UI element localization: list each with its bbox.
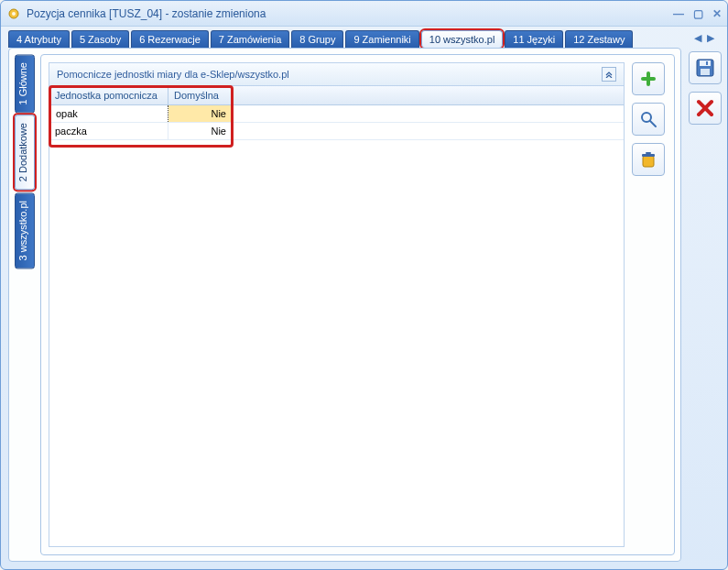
grid-panel-title: Pomocnicze jednostki miary dla e-Sklep/w… bbox=[57, 69, 289, 80]
save-button[interactable] bbox=[689, 51, 722, 84]
cancel-button[interactable] bbox=[689, 92, 722, 125]
tab-resources[interactable]: 5 Zasoby bbox=[71, 30, 129, 48]
tab-orders[interactable]: 7 Zamówienia bbox=[211, 30, 289, 48]
cell-default: Nie bbox=[168, 105, 233, 122]
cell-default: Nie bbox=[168, 123, 233, 139]
inner-frame: Pomocnicze jednostki miary dla e-Sklep/w… bbox=[40, 54, 675, 555]
minimize-button[interactable]: — bbox=[673, 7, 684, 20]
center-panel: Pomocnicze jednostki miary dla e-Sklep/w… bbox=[40, 54, 675, 555]
svg-point-1 bbox=[12, 12, 16, 16]
vtab-wszystko-pl[interactable]: 3 wszystko.pl bbox=[15, 192, 35, 269]
grid-rows: opak Nie paczka Nie bbox=[49, 105, 624, 140]
svg-rect-7 bbox=[642, 154, 655, 157]
tab-substitutes[interactable]: 9 Zamienniki bbox=[345, 30, 418, 48]
svg-rect-10 bbox=[700, 60, 711, 66]
app-window: Pozycja cennika [TUSZ_04] - zostanie zmi… bbox=[0, 0, 728, 570]
window-controls: — ▢ ✕ bbox=[673, 7, 722, 20]
grid-panel: Pomocnicze jednostki miary dla e-Sklep/w… bbox=[49, 62, 625, 547]
left-vertical-tabs: 1 Główne 2 Dodatkowe 3 wszystko.pl bbox=[15, 54, 35, 555]
search-button[interactable] bbox=[632, 103, 665, 136]
grid-action-buttons bbox=[630, 62, 667, 547]
column-default[interactable]: Domyślna bbox=[168, 86, 233, 104]
window-action-buttons bbox=[689, 48, 727, 569]
svg-rect-12 bbox=[706, 61, 708, 65]
window-title: Pozycja cennika [TUSZ_04] - zostanie zmi… bbox=[27, 7, 673, 20]
top-tabstrip: 4 Atrybuty 5 Zasoby 6 Rezerwacje 7 Zamów… bbox=[8, 30, 683, 48]
content-row: 1 Główne 2 Dodatkowe 3 wszystko.pl Pomoc… bbox=[1, 48, 727, 569]
tab-attributes[interactable]: 4 Atrybuty bbox=[8, 30, 70, 48]
maximize-button[interactable]: ▢ bbox=[693, 7, 703, 20]
tab-scroll-right[interactable]: ▶ bbox=[707, 32, 714, 44]
outer-frame: 1 Główne 2 Dodatkowe 3 wszystko.pl Pomoc… bbox=[8, 48, 681, 562]
svg-rect-6 bbox=[643, 156, 654, 167]
vtab-main[interactable]: 1 Główne bbox=[15, 54, 35, 113]
trash-icon bbox=[638, 149, 658, 170]
svg-rect-11 bbox=[701, 69, 710, 75]
close-window-button[interactable]: ✕ bbox=[712, 7, 722, 20]
delete-button[interactable] bbox=[632, 143, 665, 176]
table-row[interactable]: paczka Nie bbox=[49, 123, 624, 140]
titlebar: Pozycja cennika [TUSZ_04] - zostanie zmi… bbox=[1, 1, 727, 27]
content-main: 1 Główne 2 Dodatkowe 3 wszystko.pl Pomoc… bbox=[1, 48, 689, 569]
svg-rect-3 bbox=[641, 77, 656, 81]
tab-scroll-arrows: ◀ ▶ bbox=[683, 32, 720, 47]
magnifier-icon bbox=[638, 109, 658, 129]
app-icon bbox=[6, 6, 21, 21]
table-row[interactable]: opak Nie bbox=[49, 105, 624, 123]
floppy-disk-icon bbox=[694, 57, 716, 79]
tab-wszystko-pl[interactable]: 10 wszystko.pl bbox=[421, 30, 504, 48]
add-button[interactable] bbox=[632, 62, 665, 95]
svg-rect-8 bbox=[646, 152, 651, 154]
tab-languages[interactable]: 11 Języki bbox=[505, 30, 563, 48]
svg-line-5 bbox=[650, 121, 656, 126]
plus-icon bbox=[638, 69, 658, 89]
grid-panel-header: Pomocnicze jednostki miary dla e-Sklep/w… bbox=[49, 63, 624, 86]
collapse-panel-button[interactable] bbox=[602, 67, 616, 82]
tab-sets[interactable]: 12 Zestawy bbox=[565, 30, 633, 48]
tab-scroll-left[interactable]: ◀ bbox=[694, 32, 701, 44]
top-tabs-row: 4 Atrybuty 5 Zasoby 6 Rezerwacje 7 Zamów… bbox=[1, 27, 727, 48]
close-x-icon bbox=[695, 98, 715, 118]
tab-groups[interactable]: 8 Grupy bbox=[291, 30, 343, 48]
column-unit[interactable]: Jednostka pomocnicza bbox=[49, 86, 168, 104]
grid-columns: Jednostka pomocnicza Domyślna bbox=[49, 86, 624, 105]
column-spacer bbox=[233, 86, 624, 104]
cell-unit: paczka bbox=[49, 123, 168, 139]
vtab-additional[interactable]: 2 Dodatkowe bbox=[15, 115, 35, 190]
tab-reservations[interactable]: 6 Rezerwacje bbox=[131, 30, 209, 48]
cell-unit: opak bbox=[49, 105, 168, 122]
